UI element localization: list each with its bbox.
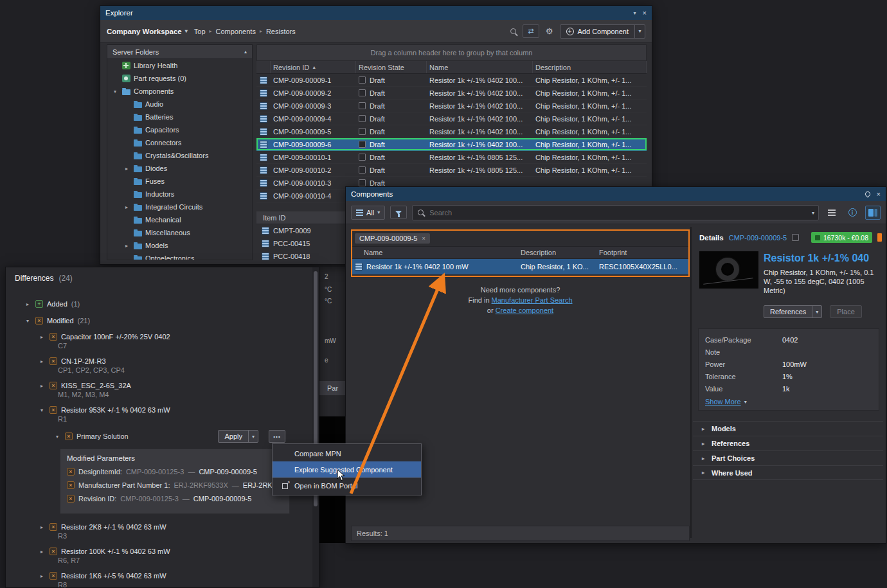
draft-checkbox[interactable] (359, 179, 366, 186)
sidebar-item-mechanical[interactable]: Mechanical (107, 213, 252, 226)
diff-item-kiss-esc-2-6s-32a[interactable]: ▸×KISS_ESC_2-6S_32AM1, M2, M3, M4 (6, 378, 312, 402)
sidebar-item-optoelectronics[interactable]: Optoelectronics (107, 252, 252, 260)
expander-icon[interactable]: ▸ (24, 301, 31, 307)
sidebar-item-components[interactable]: ▾Components (107, 85, 252, 98)
sidebar-item-connectors[interactable]: Connectors (107, 136, 252, 149)
draft-checkbox[interactable] (359, 154, 366, 161)
sidebar-item-library-health[interactable]: Library Health (107, 59, 252, 72)
diff-item-cn-1p-2m-r3[interactable]: ▸×CN-1P-2M-R3CP1, CP2, CP3, CP4 (6, 353, 312, 378)
table-row[interactable]: CMP-009-00009-5DraftResistor 1k +/-1% 04… (256, 125, 647, 138)
apply-button[interactable]: Apply▾ (218, 430, 258, 443)
diff-item-resistor-2k8-1-0402-63-mw[interactable]: ▸×Resistor 2K8 +/-1 % 0402 63 mWR3 (6, 519, 312, 544)
scrollbar[interactable] (312, 267, 319, 587)
sidebar-item-audio[interactable]: Audio (107, 98, 252, 111)
sidebar-item-part-requests-0[interactable]: Part requests (0) (107, 72, 252, 85)
result-column-header-description[interactable]: Description (518, 249, 596, 256)
result-column-header-name[interactable]: Name (352, 249, 518, 256)
table-row[interactable]: CMP-009-00009-2DraftResistor 1k +/-1% 04… (256, 87, 647, 100)
category-all-button[interactable]: All ▾ (351, 206, 385, 220)
filter-button[interactable] (390, 206, 407, 219)
server-folders-header[interactable]: Server Folders ▴ (107, 45, 252, 59)
show-more-link[interactable]: Show More ▾ (705, 398, 872, 405)
info-toggle-button[interactable] (845, 206, 860, 220)
expander-icon[interactable]: ▾ (53, 434, 61, 440)
column-header-name[interactable]: Name (427, 61, 533, 73)
expander-icon[interactable]: ▾ (24, 318, 31, 324)
sidebar-item-integrated-circuits[interactable]: ▸Integrated Circuits (107, 200, 252, 213)
filter-chip[interactable]: CMP-009-00009-5 × (355, 233, 430, 244)
section-part-choices[interactable]: ▸Part Choices (693, 450, 883, 465)
draft-checkbox[interactable] (359, 128, 366, 135)
column-header-revision-id[interactable]: Revision ID▲ (271, 61, 356, 73)
workspace-selector[interactable]: Company Workspace ▾ (107, 28, 188, 35)
sidebar-item-models[interactable]: ▸Models (107, 239, 252, 252)
sync-button[interactable]: ⇄ (523, 24, 539, 38)
create-component-link[interactable]: Create component (496, 307, 554, 314)
column-header-revision-state[interactable]: Revision State (356, 61, 427, 73)
list-options-button[interactable] (824, 206, 839, 220)
primary-solution-row[interactable]: ▾×Primary SolutionApply▾••• (6, 427, 312, 446)
close-icon[interactable]: × (877, 190, 881, 198)
expander-icon[interactable]: ▸ (123, 243, 130, 249)
section-where-used[interactable]: ▸Where Used (693, 465, 883, 480)
table-row[interactable]: CMP-009-00009-6DraftResistor 1k +/-1% 04… (256, 138, 647, 151)
diff-group-modified[interactable]: ▾×Modified(21) (6, 312, 312, 329)
table-row[interactable]: CMP-009-00010-1DraftResistor 1k +/-1% 08… (256, 151, 647, 164)
add-component-dropdown[interactable]: ▾ (634, 25, 645, 38)
menu-item-open-in-bom-portal[interactable]: Open in BOM Portal (273, 477, 421, 494)
draft-checkbox[interactable] (359, 102, 366, 109)
expander-icon[interactable]: ▸ (38, 334, 46, 340)
draft-checkbox[interactable] (359, 166, 366, 174)
menu-item-compare-mpn[interactable]: Compare MPN (273, 445, 421, 461)
result-row[interactable]: Resistor 1k +/-1% 0402 100 mWChip Resist… (352, 259, 688, 274)
sidebar-item-inductors[interactable]: Inductors (107, 188, 252, 200)
breadcrumb-item-top[interactable]: Top (194, 28, 206, 35)
diff-group-added[interactable]: ▸+Added(1) (6, 296, 312, 312)
table-row[interactable]: CMP-009-00009-3DraftResistor 1k +/-1% 04… (256, 100, 647, 112)
sidebar-item-fuses[interactable]: Fuses (107, 175, 252, 188)
expander-icon[interactable]: ▸ (123, 166, 130, 172)
sidebar-item-batteries[interactable]: Batteries (107, 111, 252, 123)
expander-icon[interactable]: ▾ (38, 407, 46, 413)
add-component-button[interactable]: Add Component ▾ (560, 24, 646, 39)
expander-icon[interactable]: ▸ (38, 549, 46, 555)
group-by-bar[interactable]: Drag a column header here to group by th… (256, 44, 647, 61)
draft-checkbox[interactable] (359, 115, 366, 122)
draft-checkbox[interactable] (359, 76, 366, 84)
pin-icon[interactable] (864, 190, 871, 197)
result-column-header-footprint[interactable]: Footprint (596, 249, 688, 256)
diff-item-capacitor-100nf-20-25v-0402[interactable]: ▸×Capacitor 100nF +/-20% 25V 0402C7 (6, 329, 312, 353)
section-models[interactable]: ▸Models (693, 421, 883, 436)
caret-down-icon[interactable]: ▾ (812, 306, 821, 317)
expander-icon[interactable]: ▸ (38, 383, 46, 389)
diff-item-resistor-953k-1-0402-63-mw[interactable]: ▾×Resistor 953K +/-1 % 0402 63 mWR1 (6, 402, 312, 427)
more-options-button[interactable]: ••• (269, 430, 285, 443)
section-references[interactable]: ▸References (693, 436, 883, 450)
expander-icon[interactable]: ▸ (38, 359, 46, 364)
sidebar-item-miscellaneous[interactable]: Miscellaneous (107, 226, 252, 239)
breadcrumb-item-components[interactable]: Components (216, 28, 256, 35)
expander-icon[interactable]: ▾ (111, 89, 119, 94)
details-panel-toggle[interactable] (865, 206, 881, 220)
draft-checkbox[interactable] (359, 141, 366, 148)
table-row[interactable]: CMP-009-00010-2DraftResistor 1k +/-1% 08… (256, 164, 647, 177)
collapse-icon[interactable]: ▴ (244, 49, 247, 55)
diff-item-resistor-1k6-5-0402-63-mw[interactable]: ▸×Resistor 1K6 +/-5 % 0402 63 mWR8 (6, 568, 312, 587)
gear-icon[interactable]: ⚙ (546, 26, 553, 36)
diff-item-resistor-100k-1-0402-63-mw[interactable]: ▸×Resistor 100K +/-1 % 0402 63 mWR6, R7 (6, 544, 312, 568)
details-checkbox[interactable] (792, 234, 799, 241)
table-row[interactable]: CMP-009-00009-4DraftResistor 1k +/-1% 04… (256, 112, 647, 125)
search-icon[interactable] (510, 28, 516, 34)
references-button[interactable]: References ▾ (764, 305, 822, 318)
draft-checkbox[interactable] (359, 89, 366, 96)
sidebar-item-crystals-oscillators[interactable]: Crystals&Oscillators (107, 149, 252, 162)
menu-item-explore-suggested-component[interactable]: Explore Suggested Component (273, 461, 421, 477)
caret-down-icon[interactable]: ▾ (248, 431, 258, 442)
column-header-description[interactable]: Description (533, 61, 647, 73)
caret-down-icon[interactable]: ▾ (812, 210, 814, 216)
panel-menu-icon[interactable]: ▾ (634, 10, 636, 16)
place-button[interactable]: Place (830, 305, 862, 318)
close-icon[interactable]: × (643, 9, 647, 17)
breadcrumb-item-resistors[interactable]: Resistors (266, 28, 296, 35)
expander-icon[interactable]: ▸ (38, 573, 46, 579)
